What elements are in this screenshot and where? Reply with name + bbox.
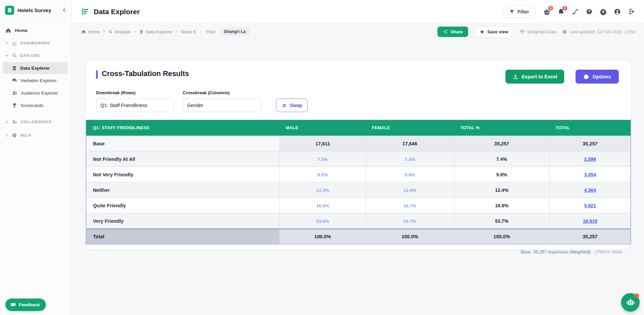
cell-total-pct: 9.8% [454, 167, 549, 182]
weighted-data-indicator: Weighted Data [520, 29, 556, 34]
logout-icon [628, 8, 635, 15]
breadcrumb-wave[interactable]: Wave 9 [181, 29, 196, 34]
logout-button[interactable] [628, 8, 635, 15]
breadcrumb-separator: > [134, 29, 136, 34]
chevron-right-icon [5, 120, 9, 124]
total-count-link[interactable]: 2,599 [584, 156, 596, 162]
sidebar-nav: Home DASHBOARDS EXPLORE Data Explorer Ve… [0, 21, 71, 141]
options-button[interactable]: Options [576, 70, 619, 83]
breadcrumb-home[interactable]: Home [81, 29, 100, 34]
explore-icon [12, 53, 17, 58]
sidebar-item-label: Data Explorer [20, 66, 50, 71]
sidebar-section-dashboards[interactable]: DASHBOARDS [0, 37, 71, 49]
users-icon [12, 90, 18, 96]
row-label: Total [86, 229, 279, 244]
base-summary: Base: 35,257 responses (Weighted) [521, 249, 590, 254]
sidebar-item-audience-explorer[interactable]: Audience Explorer [3, 87, 68, 99]
cell-total: 3,454 [549, 167, 631, 182]
sidebar-item-verbatim-explorer[interactable]: Verbatim Explorer [3, 74, 68, 86]
brand-name: Hotels Survey [18, 7, 62, 13]
sidebar-section-help[interactable]: HELP [0, 129, 71, 141]
percentage-link[interactable]: 7.5% [317, 157, 328, 162]
column-header-female: FEMALE [366, 120, 454, 136]
feedback-label: Feedback [19, 302, 40, 307]
help-button[interactable] [586, 8, 593, 15]
notifications-badge: 6 [562, 5, 568, 11]
notifications-button[interactable]: 6 [557, 8, 565, 15]
total-count-link[interactable]: 18,919 [583, 218, 597, 224]
percentage-link[interactable]: 7.3% [405, 157, 415, 162]
section-label: DASHBOARDS [20, 41, 50, 45]
downbreak-input[interactable] [96, 99, 174, 112]
journey-button[interactable] [572, 8, 579, 15]
sidebar-item-data-explorer[interactable]: Data Explorer [3, 62, 68, 74]
percentage-link[interactable]: 9.8% [405, 172, 415, 177]
total-count-link[interactable]: 3,454 [584, 172, 596, 177]
breadcrumb-label: Analysis [115, 29, 131, 34]
sidebar-section-collaborate[interactable]: COLLABORATE [0, 115, 71, 128]
breadcrumb-analysis[interactable]: Analysis [108, 29, 131, 34]
download-icon [513, 74, 518, 79]
funnel-icon [509, 9, 515, 14]
cell-female: 16.7% [366, 198, 454, 213]
share-button[interactable]: Share [437, 27, 468, 37]
trophy-icon [12, 103, 17, 108]
percentage-link[interactable]: 12.3% [316, 188, 329, 193]
hotel-logo-icon [5, 6, 14, 15]
sidebar-section-explore[interactable]: EXPLORE [0, 49, 71, 62]
swap-button[interactable]: Swap [276, 99, 308, 112]
total-count-link[interactable]: 5,921 [584, 203, 596, 208]
last-updated-label: Last updated: 12 Feb 2026, 13:50 [570, 29, 635, 34]
row-label: Neither [86, 182, 279, 198]
breadcrumb-label: Home [88, 29, 100, 34]
feedback-button[interactable]: Feedback [5, 299, 46, 311]
percentage-link[interactable]: 53.6% [316, 219, 329, 224]
percentage-link[interactable]: 53.7% [403, 219, 416, 224]
table-row: Very Friendly53.6%53.7%53.7%18,919 [86, 213, 631, 229]
export-to-excel-button[interactable]: Export to Excel [505, 70, 564, 83]
sidebar-item-home[interactable]: Home [0, 24, 71, 37]
filter-button-label: Filter [518, 9, 529, 14]
section-label: HELP [20, 133, 31, 137]
comments-icon [12, 78, 17, 83]
cell-total: 35,257 [549, 136, 631, 151]
crossbreak-input[interactable] [183, 99, 262, 112]
sidebar-item-scorecards[interactable]: Scorecards [3, 99, 68, 111]
gear-icon [600, 8, 607, 15]
chatbot-notification-dot [634, 293, 639, 298]
column-header-total-pct: TOTAL % [454, 120, 549, 136]
swap-label: Swap [290, 103, 302, 108]
downbreak-label: Downbreak (Rows) [96, 90, 174, 95]
filter-button[interactable]: Filter [503, 6, 535, 18]
table-row: Base17,61117,64635,25735,257 [86, 136, 631, 151]
breadcrumb-separator: > [176, 29, 178, 34]
robot-icon [625, 298, 636, 308]
section-label: COLLABORATE [21, 120, 52, 124]
breadcrumb-label: Data Explorer [146, 29, 172, 34]
weighted-label: Weighted Data [527, 29, 556, 34]
percentage-link[interactable]: 12.4% [403, 188, 416, 193]
collaborate-icon [12, 119, 18, 125]
cell-female: 9.8% [366, 167, 454, 182]
chatbot-button[interactable] [621, 293, 640, 312]
percentage-link[interactable]: 9.8% [317, 172, 328, 177]
database-icon [12, 66, 17, 71]
dashboards-icon [12, 40, 17, 46]
row-label: Very Friendly [86, 213, 279, 229]
filter-chip[interactable]: Shangri La [220, 28, 249, 36]
gear-icon [583, 74, 589, 79]
account-button[interactable] [614, 8, 621, 15]
sidebar-collapse-button[interactable] [62, 8, 67, 13]
options-label: Options [592, 74, 611, 79]
total-count-link[interactable]: 4,364 [584, 187, 596, 193]
basket-button[interactable]: 6 [543, 8, 551, 15]
crosstab-table: Q1: STAFF FRIENDLINESS MALE FEMALE TOTAL… [86, 120, 631, 244]
percentage-link[interactable]: 16.9% [316, 203, 329, 208]
table-row: Not Friendly At All7.5%7.3%7.4%2,599 [86, 151, 631, 167]
percentage-link[interactable]: 16.7% [403, 203, 416, 208]
breadcrumb-data-explorer[interactable]: Data Explorer [139, 29, 172, 34]
save-view-button[interactable]: Save view [474, 26, 514, 37]
settings-button[interactable] [600, 8, 607, 15]
cross-tabulation-card: Cross-Tabulation Results Export to Excel… [86, 61, 631, 249]
home-icon [81, 29, 86, 34]
